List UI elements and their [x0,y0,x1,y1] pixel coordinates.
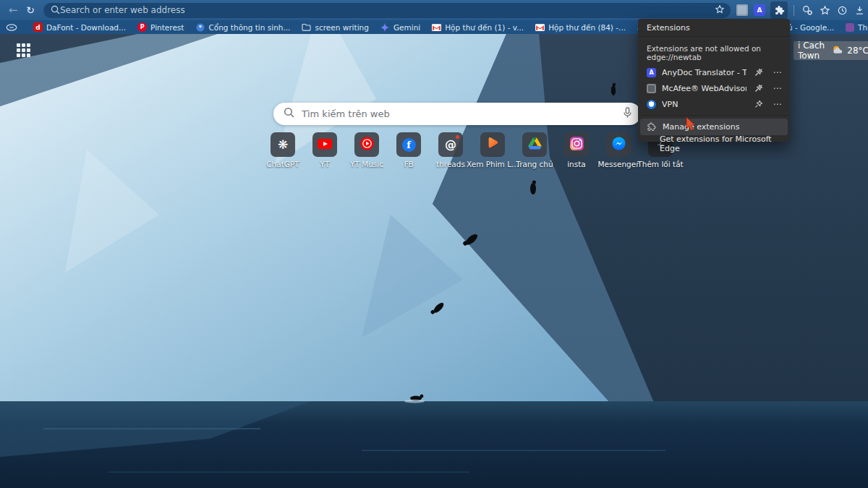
favorite-star-icon[interactable] [715,4,725,17]
mouse-cursor [686,117,698,132]
unpin-icon[interactable] [752,82,765,95]
pinterest-icon: P [137,22,147,32]
extensions-panel-header: Extensions [638,19,790,38]
portal-icon [195,22,205,32]
address-bar[interactable] [43,3,731,18]
unpin-icon[interactable] [752,66,765,79]
vpn-icon [647,100,656,109]
bookmark-label: Pinterest [150,23,184,32]
dafont-icon: d [33,22,43,32]
address-input[interactable] [60,5,715,15]
get-extensions-item[interactable]: Get extensions for Microsoft Edge [638,135,790,153]
manage-extensions-label: Manage extensions [663,122,740,132]
mcafee-extension-icon[interactable] [736,4,748,16]
purple-site-icon [846,23,854,32]
instagram-icon [570,137,584,153]
shortcut-trang-chu[interactable]: Trang chủ [514,132,556,168]
history-button[interactable] [833,2,851,18]
browser-essentials-icon[interactable] [799,2,816,18]
sun-cloud-icon [832,45,843,56]
extensions-puzzle-icon [647,122,656,132]
get-extensions-label: Get extensions for Microsoft Edge [660,134,790,153]
bookmark-label: Cổng thông tin sinh... [208,23,290,32]
shortcut-messenger[interactable]: Messenger [597,132,639,168]
reading-list-button[interactable] [0,20,23,34]
folder-icon [302,22,311,32]
bookmark-pinterest[interactable]: P Pinterest [132,20,190,34]
notification-dot [456,135,459,139]
bookmark-gemini[interactable]: Gemini [375,20,426,34]
more-options-button[interactable]: ⋯ [771,98,784,111]
bookmark-label: screen writing [315,23,368,32]
panel-divider [638,116,790,116]
extension-row-vpn[interactable]: VPN ⋯ [638,96,790,112]
mcafee-webadvisor-icon [647,84,656,93]
bookmark-label: Hộp thư đến (1) - v... [445,23,524,32]
extensions-panel-title: Extensions [647,23,690,33]
bookmark-gmail-2[interactable]: Hộp thư đến (84) -... [529,20,631,34]
shortcut-threads[interactable]: @ threads [430,132,472,168]
shortcut-yt-music[interactable]: YT Music [346,132,388,168]
pin-icon[interactable] [752,98,765,111]
search-icon [51,4,60,17]
bookmark-folder-screen-writing[interactable]: screen writing [296,20,374,34]
back-button[interactable]: ← [4,2,22,18]
google-drive-icon [528,137,542,153]
microphone-icon[interactable] [623,107,632,121]
bookmark-gmail-1[interactable]: Hộp thư đến (1) - v... [426,20,529,34]
messenger-icon [612,137,626,153]
anydoc-translator-icon: A [647,68,656,77]
weather-widget[interactable]: i Cach Town 28°C [793,41,868,60]
toolbar-separator [793,5,794,16]
extension-row-mcafee[interactable]: McAfee® WebAdvisor ⋯ [638,80,790,96]
bookmark-label: Gemini [393,23,420,32]
gmail-icon [432,22,441,32]
weather-temp: 28°C [847,46,868,56]
more-options-button[interactable]: ⋯ [771,66,784,79]
youtube-icon [318,138,332,152]
bookmark-portal[interactable]: Cổng thông tin sinh... [190,20,296,34]
yt-music-icon [360,137,374,153]
bookmark-label: The R [858,23,868,32]
extension-row-anydoc[interactable]: A AnyDoc Translator - Translate Web a...… [638,64,790,80]
manage-extensions-item[interactable]: Manage extensions [640,119,788,135]
more-options-button[interactable]: ⋯ [771,82,784,95]
gmail-icon [535,22,545,32]
extensions-panel: Extensions Extensions are not allowed on… [638,19,790,142]
gemini-icon [380,22,390,32]
threads-icon: @ [445,138,456,152]
browser-toolbar: ← ↻ A [0,0,868,20]
extensions-notice: Extensions are not allowed on edge://new… [638,38,790,64]
translator-extension-icon[interactable]: A [754,4,765,16]
quick-links-row: ❋ ChatGPT YT YT Music f FB @ threads Xe [262,132,681,168]
movie-play-icon [486,137,499,153]
downloads-button[interactable] [851,2,868,18]
bookmark-dafont[interactable]: d DaFont - Download... [27,20,132,34]
chatgpt-icon: ❋ [278,137,288,152]
bookmark-the-r[interactable]: The R [840,20,868,34]
shortcut-youtube[interactable]: YT [304,132,346,168]
newtab-search-input[interactable] [302,108,623,119]
search-icon [284,107,294,121]
weather-location: i Cach Town [798,40,828,61]
facebook-icon: f [402,138,416,152]
bookmark-label: Hộp thư đến (84) -... [548,23,626,32]
shortcut-instagram[interactable]: insta [556,132,597,168]
extensions-puzzle-button[interactable] [770,1,788,19]
apps-grid-button[interactable] [17,43,30,57]
bookmark-label: DaFont - Download... [46,23,126,32]
shortcut-xem-phim[interactable]: Xem Phim L... [472,132,514,168]
shortcut-chatgpt[interactable]: ❋ ChatGPT [262,132,304,168]
shortcut-facebook[interactable]: f FB [388,132,430,168]
refresh-button[interactable]: ↻ [22,2,39,18]
newtab-search-box[interactable] [273,103,641,125]
favorites-button[interactable] [816,2,833,18]
